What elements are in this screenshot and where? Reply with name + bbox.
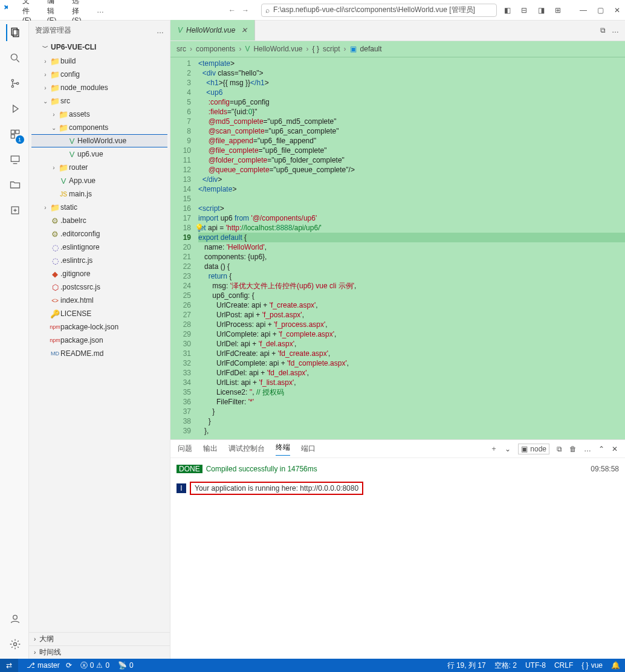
tree-item[interactable]: ›📁config (31, 68, 167, 81)
timeline-section[interactable]: ›时间线 (29, 645, 170, 659)
status-bell-icon[interactable]: 🔔 (611, 661, 620, 670)
radio-icon: 📡 (118, 661, 127, 670)
tab-close-icon[interactable]: ✕ (241, 26, 247, 34)
sidebar-title: 资源管理器 (35, 25, 71, 36)
status-encoding[interactable]: UTF-8 (525, 661, 546, 670)
activity-explorer-icon[interactable] (6, 24, 23, 41)
terminal-new-icon[interactable]: ＋ (490, 444, 497, 454)
status-eol[interactable]: CRLF (554, 661, 573, 670)
nav-back-icon[interactable]: ← (228, 6, 236, 15)
editor[interactable]: 1234567891011121314151617181920212223242… (170, 57, 625, 439)
tree-item[interactable]: <>index.html (31, 294, 167, 307)
panel-tab-output[interactable]: 输出 (203, 444, 218, 454)
tree-item[interactable]: ◌.eslintignore (31, 241, 167, 254)
svg-rect-11 (11, 156, 19, 161)
tab-bar: V HelloWorld.vue ✕ ⧉ … (170, 21, 625, 41)
sidebar-more-icon[interactable]: … (157, 27, 164, 35)
activity-account-icon[interactable] (6, 610, 23, 627)
svg-rect-1 (13, 30, 18, 37)
tree-item[interactable]: ◆.gitignore (31, 267, 167, 280)
status-lang[interactable]: { }vue (581, 661, 603, 670)
tree-item[interactable]: ⚙.babelrc (31, 214, 167, 227)
panel-close-icon[interactable]: ✕ (612, 445, 618, 453)
activity-scm-icon[interactable] (6, 75, 23, 92)
menu-more-icon[interactable]: … (93, 6, 108, 15)
window-maximize-icon[interactable]: ▢ (596, 6, 604, 15)
activity-folder-icon[interactable] (6, 176, 23, 193)
layout-right-icon[interactable]: ◨ (537, 6, 545, 15)
tab-active[interactable]: V HelloWorld.vue ✕ (170, 20, 255, 40)
activity-sync-icon[interactable] (6, 202, 23, 219)
window-minimize-icon[interactable]: — (579, 6, 588, 15)
terminal-shell[interactable]: ▣node (518, 444, 549, 454)
tree-item[interactable]: npmpackage.json (31, 334, 167, 347)
panel: 问题 输出 调试控制台 终端 端口 ＋ ⌄ ▣node ⧉ 🗑 … ⌃ ✕ (170, 439, 625, 659)
split-editor-icon[interactable]: ⧉ (600, 26, 606, 34)
compile-msg: Compiled successfully in 14756ms (206, 465, 317, 473)
tree-item[interactable]: npmpackage-lock.json (31, 320, 167, 334)
panel-more-icon[interactable]: … (584, 445, 591, 453)
status-radio[interactable]: 📡0 (118, 661, 134, 670)
activity-debug-icon[interactable] (6, 100, 23, 117)
braces-icon: { } (312, 45, 319, 53)
tree-item[interactable]: JSmain.js (31, 187, 167, 201)
svg-point-5 (11, 85, 13, 87)
info-badge: I (176, 483, 186, 493)
nav-fwd-icon[interactable]: → (242, 6, 249, 15)
panel-tab-ports[interactable]: 端口 (301, 444, 316, 454)
tree-item[interactable]: ⌄📁src (31, 94, 167, 108)
layout-grid-icon[interactable]: ⊞ (554, 6, 562, 15)
window-close-icon[interactable]: ✕ (613, 6, 621, 15)
command-center[interactable]: ⌕ F:\asp.net\up6-vue-cli\src\components\… (261, 4, 497, 17)
terminal-dropdown-icon[interactable]: ⌄ (505, 445, 511, 453)
activity-search-icon[interactable] (6, 50, 23, 66)
tree-item[interactable]: MDREADME.md (31, 347, 167, 360)
layout-left-icon[interactable]: ◧ (503, 6, 511, 15)
panel-maximize-icon[interactable]: ⌃ (598, 445, 604, 453)
tab-more-icon[interactable]: … (612, 26, 619, 34)
svg-marker-7 (13, 105, 18, 112)
split-terminal-icon[interactable]: ⧉ (557, 445, 562, 453)
tree-item[interactable]: 🔑LICENSE (31, 307, 167, 320)
activity-extensions-icon[interactable] (6, 126, 23, 143)
done-badge: DONE (176, 465, 202, 473)
tree-item[interactable]: VApp.vue (31, 174, 167, 187)
svg-rect-9 (15, 130, 19, 134)
status-problems[interactable]: ⓧ0⚠0 (80, 661, 109, 671)
panel-tab-problems[interactable]: 问题 (178, 444, 192, 454)
tree-item[interactable]: ›📁build (31, 54, 167, 68)
vscode-logo-icon (4, 5, 9, 16)
svg-line-3 (16, 60, 19, 62)
activity-settings-icon[interactable] (6, 636, 23, 653)
tree-item[interactable]: ⬡.postcssrc.js (31, 280, 167, 294)
outline-section[interactable]: ›大纲 (29, 632, 170, 645)
sync-icon[interactable]: ⟳ (66, 661, 72, 670)
status-lncol[interactable]: 行 19, 列 17 (447, 661, 486, 671)
sidebar: 资源管理器 … ﹀UP6-VUE-CLI ›📁build ›📁config ›📁… (29, 21, 170, 659)
svg-rect-10 (11, 135, 15, 138)
tree-item[interactable]: Vup6.vue (31, 147, 167, 161)
tree-item[interactable]: ›📁assets (31, 108, 167, 121)
tree-item[interactable]: ›📁router (31, 161, 167, 174)
layout-bottom-icon[interactable]: ⊟ (520, 6, 528, 15)
compile-time: 09:58:58 (591, 465, 619, 473)
lightbulb-icon[interactable]: 💡 (195, 223, 204, 233)
panel-tab-debug[interactable]: 调试控制台 (228, 444, 265, 454)
tree-item[interactable]: ◌.eslintrc.js (31, 254, 167, 267)
tree-item[interactable]: ›📁static (31, 201, 167, 214)
project-name[interactable]: ﹀UP6-VUE-CLI (29, 40, 170, 54)
tree-item-selected[interactable]: VHelloWorld.vue (31, 134, 167, 147)
status-spaces[interactable]: 空格: 2 (494, 661, 517, 671)
remote-indicator-icon[interactable]: ⇄ (0, 659, 18, 672)
app-url-box: Your application is running here: http:/… (190, 482, 363, 495)
trash-icon[interactable]: 🗑 (569, 445, 577, 453)
branch-icon: ⎇ (27, 661, 35, 670)
terminal-output[interactable]: DONE Compiled successfully in 14756ms 09… (170, 458, 625, 659)
tree-item[interactable]: ›📁node_modules (31, 81, 167, 94)
panel-tab-terminal[interactable]: 终端 (276, 442, 290, 456)
status-branch[interactable]: ⎇master⟳ (27, 661, 72, 670)
tree-item[interactable]: ⌄📁components (31, 121, 167, 134)
breadcrumbs[interactable]: src› components› VHelloWorld.vue› { }scr… (170, 41, 625, 57)
tree-item[interactable]: ⚙.editorconfig (31, 227, 167, 241)
activity-remote-icon[interactable] (6, 151, 23, 168)
